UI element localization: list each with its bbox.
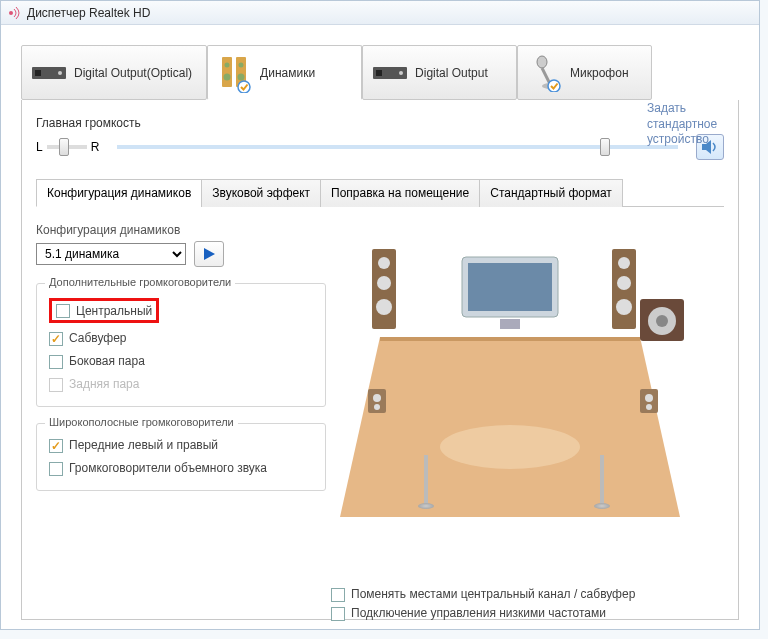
- svg-point-30: [616, 299, 632, 315]
- checkbox-label: Поменять местами центральный канал / саб…: [351, 587, 635, 601]
- device-panel: Главная громкость L R Задать стандартное…: [21, 100, 739, 620]
- checkbox-label: Громкоговорители объемного звука: [69, 461, 267, 475]
- config-label: Конфигурация динамиков: [36, 223, 326, 237]
- checkbox-label: Задняя пара: [69, 377, 139, 391]
- checkbox-label: Сабвуфер: [69, 331, 127, 345]
- highlight-center: Центральный: [49, 298, 159, 323]
- checkbox-bass-management[interactable]: [331, 607, 345, 621]
- receiver-icon: [373, 56, 407, 90]
- tab-digital-output[interactable]: Digital Output: [362, 45, 517, 100]
- sub-tab-config[interactable]: Конфигурация динамиков: [36, 179, 202, 207]
- volume-slider[interactable]: [117, 145, 678, 149]
- tab-digital-output-optical[interactable]: Digital Output(Optical): [21, 45, 207, 100]
- app-icon: [7, 6, 21, 20]
- svg-point-24: [378, 257, 390, 269]
- checkbox-label: Передние левый и правый: [69, 438, 218, 452]
- play-button[interactable]: [194, 241, 224, 267]
- svg-rect-12: [376, 70, 382, 76]
- svg-point-42: [646, 404, 652, 410]
- tab-label: Микрофон: [570, 66, 628, 80]
- svg-point-39: [374, 404, 380, 410]
- svg-point-5: [225, 62, 230, 67]
- svg-rect-36: [500, 319, 520, 329]
- titlebar: Диспетчер Realtek HD: [1, 1, 759, 25]
- svg-point-6: [224, 73, 231, 80]
- svg-point-0: [9, 11, 13, 15]
- window: Диспетчер Realtek HD Digital Output(Opti…: [0, 0, 760, 630]
- balance-slider[interactable]: L R: [36, 140, 99, 154]
- checkbox-label: Подключение управления низкими частотами: [351, 606, 606, 620]
- checkbox-surround[interactable]: [49, 462, 63, 476]
- window-title: Диспетчер Realtek HD: [27, 6, 150, 20]
- body: Digital Output(Optical) Динамики Digital…: [1, 25, 759, 620]
- sub-body: Конфигурация динамиков 5.1 динамика Допо…: [36, 207, 724, 527]
- tab-label: Digital Output(Optical): [74, 66, 192, 80]
- speaker-rear-left[interactable]: [424, 455, 428, 505]
- group-title: Дополнительные громкоговорители: [45, 276, 235, 288]
- tab-speakers[interactable]: Динамики: [207, 45, 362, 100]
- svg-point-14: [537, 56, 547, 68]
- svg-point-16: [548, 80, 560, 92]
- group-title: Широкополосные громкоговорители: [45, 416, 238, 428]
- svg-marker-19: [204, 248, 215, 260]
- checkbox-front[interactable]: [49, 439, 63, 453]
- speaker-side-right[interactable]: [640, 389, 658, 413]
- svg-point-13: [399, 71, 403, 75]
- svg-point-9: [238, 73, 245, 80]
- svg-rect-2: [35, 70, 41, 76]
- speaker-rear-right[interactable]: [600, 455, 604, 505]
- speaker-front-right[interactable]: [612, 249, 636, 329]
- speaker-side-left[interactable]: [368, 389, 386, 413]
- svg-point-22: [440, 425, 580, 469]
- config-select[interactable]: 5.1 динамика: [36, 243, 186, 265]
- checkbox-side[interactable]: [49, 355, 63, 369]
- sub-tabs: Конфигурация динамиков Звуковой эффект П…: [36, 178, 724, 207]
- room-preview: [340, 223, 724, 527]
- checkbox-center[interactable]: [56, 304, 70, 318]
- sub-tab-room[interactable]: Поправка на помещение: [320, 179, 480, 207]
- checkbox-swap-center-sub[interactable]: [331, 588, 345, 602]
- svg-point-38: [373, 394, 381, 402]
- svg-marker-21: [380, 337, 640, 341]
- receiver-icon: [32, 56, 66, 90]
- svg-point-26: [376, 299, 392, 315]
- svg-point-25: [377, 276, 391, 290]
- svg-point-41: [645, 394, 653, 402]
- svg-rect-35: [468, 263, 552, 311]
- microphone-icon: [528, 56, 562, 90]
- tv-icon: [460, 255, 560, 327]
- svg-point-3: [58, 71, 62, 75]
- wideband-group: Широкополосные громкоговорители Передние…: [36, 423, 326, 491]
- bottom-options: Поменять местами центральный канал / саб…: [331, 585, 635, 623]
- svg-point-28: [618, 257, 630, 269]
- tab-microphone[interactable]: Микрофон: [517, 45, 652, 100]
- checkbox-label: Боковая пара: [69, 354, 145, 368]
- tab-label: Динамики: [260, 66, 315, 80]
- speaker-front-left[interactable]: [372, 249, 396, 329]
- volume-row: L R: [36, 134, 724, 160]
- sub-tab-effect[interactable]: Звуковой эффект: [201, 179, 321, 207]
- svg-rect-4: [222, 57, 232, 87]
- svg-point-29: [617, 276, 631, 290]
- label-l: L: [36, 140, 43, 154]
- label-r: R: [91, 140, 100, 154]
- main-volume-title: Главная громкость: [36, 116, 724, 130]
- speakers-icon: [218, 56, 252, 90]
- svg-point-10: [238, 81, 250, 93]
- svg-point-33: [656, 315, 668, 327]
- tab-label: Digital Output: [415, 66, 488, 80]
- checkbox-subwoofer[interactable]: [49, 332, 63, 346]
- left-column: Конфигурация динамиков 5.1 динамика Допо…: [36, 223, 326, 527]
- checkbox-label: Центральный: [76, 304, 152, 318]
- sub-tab-format[interactable]: Стандартный формат: [479, 179, 623, 207]
- svg-point-8: [239, 62, 244, 67]
- checkbox-rear: [49, 378, 63, 392]
- speaker-subwoofer[interactable]: [640, 299, 686, 345]
- set-default-link[interactable]: Задать стандартное устройство: [647, 101, 747, 148]
- device-tabs: Digital Output(Optical) Динамики Digital…: [21, 45, 739, 100]
- extra-speakers-group: Дополнительные громкоговорители Централь…: [36, 283, 326, 407]
